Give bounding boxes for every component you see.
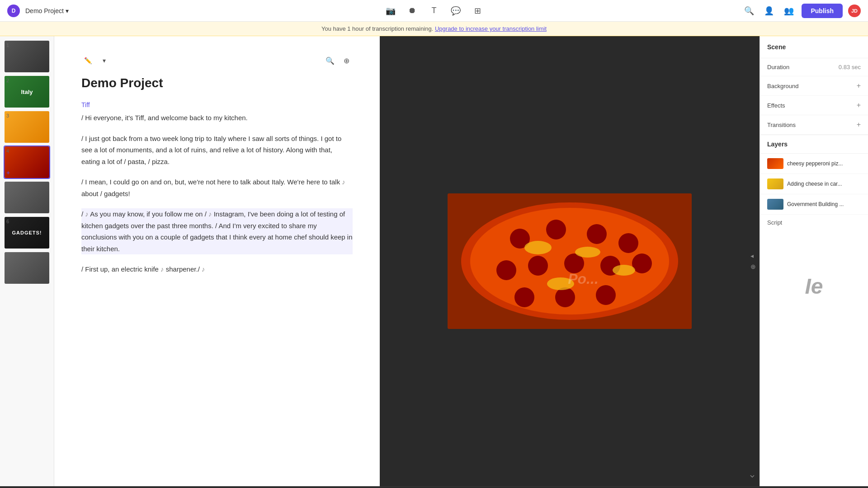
paragraph-3: / I mean, I could go on and on, but, we'… — [81, 176, 353, 199]
search-editor-icon[interactable]: 🔍 — [324, 54, 336, 67]
svg-point-6 — [618, 233, 638, 253]
transcript-editor: ✏️ ▾ 🔍 ⊕ Demo Project Tiff / Hi everyone… — [54, 36, 380, 486]
layer-name-pizza: cheesy pepperoni piz... — [787, 160, 861, 167]
svg-point-4 — [546, 220, 566, 239]
thumbnail-1[interactable]: 1 — [4, 40, 50, 73]
main-layout: 1 Italy 2 3 4 + 5 GADGETS! 6 7 — [0, 36, 868, 486]
record-tool[interactable]: ⏺ — [405, 4, 420, 18]
upgrade-link[interactable]: Upgrade to increase your transcription l… — [435, 25, 547, 32]
thumbnail-5[interactable]: 5 — [4, 181, 50, 214]
thumbnail-3[interactable]: 3 — [4, 110, 50, 144]
duration-label: Duration — [767, 64, 789, 70]
editor-toolbar: ✏️ ▾ 🔍 ⊕ — [81, 54, 353, 67]
effects-plus-icon: + — [857, 101, 861, 109]
search-top-icon[interactable]: 🔍 — [742, 4, 756, 18]
side-icon-2[interactable]: ⊕ — [750, 263, 756, 270]
svg-point-13 — [555, 287, 575, 307]
layer-thumb-cheese — [767, 178, 783, 189]
svg-point-5 — [587, 224, 607, 244]
layer-name-cheese: Adding cheese in car... — [787, 181, 861, 187]
scene-header: Scene — [760, 36, 868, 58]
svg-point-17 — [613, 265, 635, 276]
effects-label: Effects — [767, 102, 785, 109]
background-label: Background — [767, 83, 798, 89]
paragraph-2: / I just got back from a two week long t… — [81, 133, 353, 168]
thumbnail-7[interactable]: 7 — [4, 251, 50, 285]
layer-thumb-building — [767, 199, 783, 210]
chevron-down-edit-icon[interactable]: ▾ — [98, 54, 110, 67]
collapse-preview-icon[interactable] — [749, 474, 756, 483]
svg-point-14 — [596, 285, 616, 305]
warning-banner: You have 1 hour of transcription remaini… — [0, 22, 868, 36]
transitions-row[interactable]: Transitions + — [760, 115, 868, 135]
timeline: ⏮ ▶ ⏭ 00:15.8 / 02:38.6 ⊟ ≡ ⋯ 07 0:08 0:… — [0, 486, 868, 488]
topbar: D Demo Project ▾ 📷 ⏺ T 💬 ⊞ 🔍 👤 👥 Publish… — [0, 0, 868, 22]
svg-point-12 — [514, 287, 534, 307]
effects-row[interactable]: Effects + — [760, 96, 868, 115]
layer-item-building[interactable]: Government Building ... — [760, 194, 868, 215]
avatar: JD — [848, 5, 861, 17]
background-row[interactable]: Background + — [760, 76, 868, 96]
layer-thumb-pizza — [767, 158, 783, 169]
speech-tool[interactable]: 💬 — [448, 4, 463, 18]
text-tool[interactable]: T — [427, 4, 441, 18]
svg-point-8 — [528, 256, 548, 276]
svg-point-7 — [496, 260, 516, 280]
user-search-icon[interactable]: 👤 — [762, 4, 776, 18]
svg-point-15 — [524, 241, 552, 254]
layer-item-pizza[interactable]: cheesy pepperoni piz... — [760, 154, 868, 174]
duration-row[interactable]: Duration 0.83 sec — [760, 58, 868, 76]
preview-panel: Po... ◂ ⊕ — [380, 36, 760, 486]
svg-text:Po...: Po... — [568, 271, 599, 287]
thumbnail-4[interactable]: 4 + — [4, 145, 50, 179]
chevron-down-icon: ▾ — [66, 7, 69, 14]
camera-tool[interactable]: 📷 — [383, 4, 398, 18]
edit-icon[interactable]: ✏️ — [81, 54, 94, 67]
user-add-icon[interactable]: 👥 — [782, 4, 796, 18]
transitions-label: Transitions — [767, 122, 796, 128]
duration-value: 0.83 sec — [839, 64, 861, 70]
publish-button[interactable]: Publish — [802, 4, 843, 18]
layer-item-cheese[interactable]: Adding cheese in car... — [760, 174, 868, 194]
script-item[interactable]: Script — [760, 215, 868, 230]
paragraph-1: / Hi everyone, it's Tiff, and welcome ba… — [81, 112, 353, 124]
paragraph-4: / ♪ As you may know, if you follow me on… — [81, 208, 353, 254]
center-tools: 📷 ⏺ T 💬 ⊞ — [383, 4, 485, 18]
grid-tool[interactable]: ⊞ — [470, 4, 485, 18]
properties-panel: Scene Duration 0.83 sec Background + Eff… — [760, 36, 868, 486]
background-plus-icon: + — [857, 82, 861, 90]
thumbnail-2[interactable]: Italy 2 — [4, 75, 50, 108]
paragraph-5: / First up, an electric knife ♪ sharpene… — [81, 263, 353, 275]
ie-placeholder: Ie — [760, 267, 868, 306]
side-icon-1[interactable]: ◂ — [750, 252, 756, 259]
layers-header: Layers — [760, 135, 868, 154]
transcript-title: Demo Project — [81, 76, 353, 90]
preview-image: Po... — [448, 193, 692, 329]
pizza-svg: Po... — [448, 193, 692, 329]
right-tools: 🔍 👤 👥 Publish JD — [742, 4, 861, 18]
svg-point-16 — [575, 247, 600, 258]
transitions-plus-icon: + — [857, 121, 861, 129]
app-logo: D — [7, 5, 20, 17]
project-name[interactable]: Demo Project ▾ — [25, 7, 69, 14]
thumbnail-6[interactable]: GADGETS! 6 — [4, 216, 50, 249]
thumbnail-panel: 1 Italy 2 3 4 + 5 GADGETS! 6 7 — [0, 36, 54, 486]
layer-name-building: Government Building ... — [787, 201, 861, 207]
speaker-name: Tiff — [81, 101, 353, 108]
add-editor-icon[interactable]: ⊕ — [340, 54, 353, 67]
